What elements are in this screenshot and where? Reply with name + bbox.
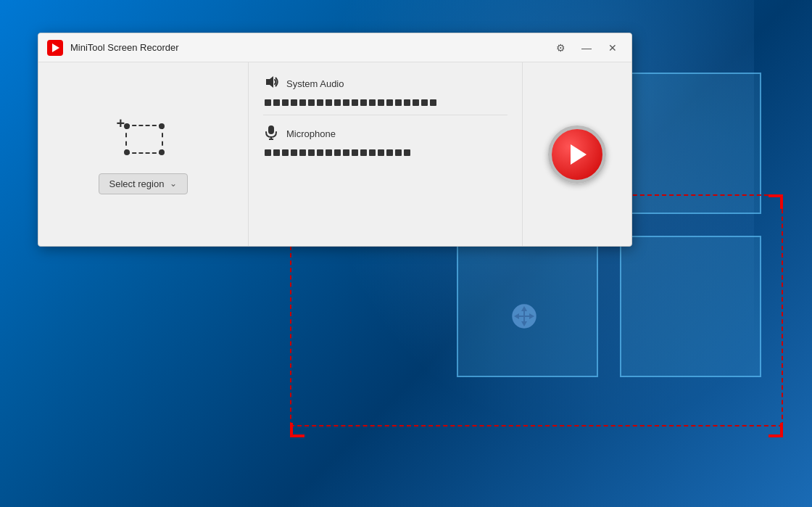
mic-dot-1 xyxy=(265,149,271,156)
win-pane-br xyxy=(620,236,761,377)
mic-dot-7 xyxy=(317,149,323,156)
desktop-background: MiniTool Screen Recorder ⚙ — ✕ + xyxy=(0,0,812,507)
vol-dot-18 xyxy=(413,99,419,106)
dot-tr xyxy=(159,123,165,129)
mic-dot-12 xyxy=(360,149,367,156)
vol-dot-10 xyxy=(343,99,349,106)
system-audio-header: System Audio xyxy=(263,74,508,94)
settings-button[interactable]: ⚙ xyxy=(550,38,571,58)
record-button[interactable] xyxy=(548,125,606,184)
microphone-icon xyxy=(263,124,279,144)
mic-dot-17 xyxy=(404,149,410,156)
win-pane-tr xyxy=(620,73,761,214)
vol-dot-20 xyxy=(430,99,436,106)
dashed-rect-icon: + xyxy=(118,118,165,154)
screen-select-icon: + xyxy=(118,118,169,157)
move-cursor-icon xyxy=(511,303,537,329)
mic-dot-13 xyxy=(369,149,376,156)
mic-dot-14 xyxy=(378,149,384,156)
microphone-label: Microphone xyxy=(286,128,336,139)
mic-dot-15 xyxy=(386,149,393,156)
vol-dot-1 xyxy=(265,99,271,106)
title-bar-controls: ⚙ — ✕ xyxy=(550,38,623,58)
mic-dot-10 xyxy=(343,149,349,156)
system-audio-level xyxy=(263,99,508,106)
vol-dot-19 xyxy=(421,99,428,106)
mic-dot-6 xyxy=(308,149,315,156)
vol-dot-6 xyxy=(308,99,315,106)
dot-tl xyxy=(124,123,130,129)
vol-dot-3 xyxy=(282,99,289,106)
svg-marker-8 xyxy=(266,76,273,88)
svg-rect-9 xyxy=(268,125,274,134)
microphone-section: Microphone xyxy=(263,121,508,156)
dot-bl xyxy=(124,149,130,155)
app-body: + Select region ⌄ xyxy=(38,62,631,246)
corner-bracket-br xyxy=(768,423,783,437)
app-icon xyxy=(47,40,63,56)
vol-dot-13 xyxy=(369,99,376,106)
vol-dot-2 xyxy=(273,99,280,106)
vol-dot-17 xyxy=(404,99,410,106)
middle-panel: System Audio xyxy=(249,62,523,246)
system-audio-label: System Audio xyxy=(286,78,344,89)
mic-dot-11 xyxy=(352,149,358,156)
title-bar: MiniTool Screen Recorder ⚙ — ✕ xyxy=(38,33,631,62)
right-panel xyxy=(523,62,631,246)
corner-bracket-bl xyxy=(290,423,304,437)
corner-bracket-tr xyxy=(768,194,783,209)
app-window: MiniTool Screen Recorder ⚙ — ✕ + xyxy=(38,33,632,247)
vol-dot-12 xyxy=(360,99,367,106)
dot-br xyxy=(159,149,165,155)
minimize-button[interactable]: — xyxy=(576,38,597,58)
vol-dot-14 xyxy=(378,99,384,106)
mic-dot-9 xyxy=(334,149,341,156)
vol-dot-5 xyxy=(299,99,306,106)
chevron-down-icon: ⌄ xyxy=(170,178,177,189)
mic-dot-3 xyxy=(282,149,289,156)
mic-dot-4 xyxy=(291,149,297,156)
select-region-button[interactable]: Select region ⌄ xyxy=(99,173,188,194)
plus-icon: + xyxy=(117,116,125,131)
vol-dot-15 xyxy=(386,99,393,106)
play-icon xyxy=(571,144,587,165)
vol-dot-4 xyxy=(291,99,297,106)
vol-dot-11 xyxy=(352,99,358,106)
vol-dot-7 xyxy=(317,99,323,106)
system-audio-section: System Audio xyxy=(263,74,508,115)
speaker-icon xyxy=(263,74,279,94)
mic-dot-8 xyxy=(326,149,332,156)
mic-header: Microphone xyxy=(263,124,508,144)
capture-box xyxy=(125,125,163,154)
vol-dot-16 xyxy=(395,99,402,106)
left-panel: + Select region ⌄ xyxy=(38,62,249,246)
mic-dot-2 xyxy=(273,149,280,156)
svg-marker-7 xyxy=(52,44,59,52)
microphone-level xyxy=(263,149,508,156)
mic-dot-16 xyxy=(395,149,402,156)
mic-dot-5 xyxy=(299,149,306,156)
vol-dot-9 xyxy=(334,99,341,106)
select-region-label: Select region xyxy=(109,178,165,189)
app-logo-svg xyxy=(50,43,60,53)
vol-dot-8 xyxy=(326,99,332,106)
close-button[interactable]: ✕ xyxy=(602,38,623,58)
app-title: MiniTool Screen Recorder xyxy=(70,42,550,53)
